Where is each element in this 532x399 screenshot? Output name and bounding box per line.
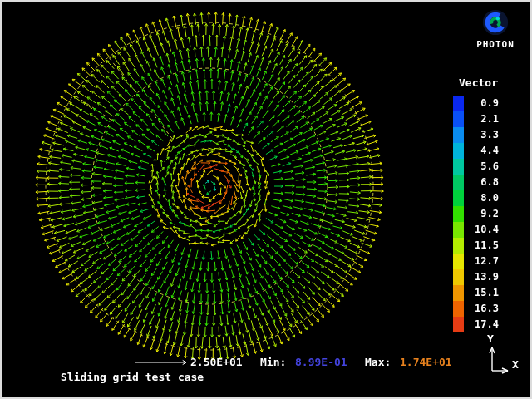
max-label: Max: (365, 356, 391, 368)
photon-logo: PHOTON (470, 8, 521, 50)
photon-window: PHOTON Vector 0.92.13.34.45.66.88.09.210… (0, 0, 532, 399)
max-value: 1.74E+01 (400, 356, 452, 368)
legend-value: 12.7 (464, 254, 499, 269)
legend-swatch (453, 285, 464, 301)
legend-swatch (453, 96, 464, 111)
legend-entry: 13.9 (453, 269, 499, 285)
legend-value: 16.3 (464, 301, 499, 317)
legend-entry: 17.4 (453, 317, 499, 332)
legend-swatch (453, 127, 464, 143)
legend-entry: 6.8 (453, 175, 499, 190)
legend-value: 11.5 (464, 238, 499, 254)
legend-swatch (453, 269, 464, 285)
legend-value: 4.4 (464, 143, 499, 159)
legend-entry: 9.2 (453, 206, 499, 222)
reference-vector-label: 2.50E+01 (190, 356, 243, 368)
legend-value: 6.8 (464, 175, 499, 190)
axis-orientation-glyph: Y X (480, 334, 527, 377)
legend-swatch (453, 222, 464, 238)
legend-value: 8.0 (464, 190, 499, 206)
legend-swatch (453, 301, 464, 317)
legend-entry: 8.0 (453, 190, 499, 206)
x-axis-label: X (512, 358, 519, 371)
photon-logo-icon (481, 8, 510, 37)
legend-entry: 12.7 (453, 254, 499, 269)
legend-entry: 15.1 (453, 285, 499, 301)
legend-swatch (453, 143, 464, 159)
legend-swatch (453, 175, 464, 190)
legend-value: 17.4 (464, 317, 499, 332)
legend-value: 3.3 (464, 127, 499, 143)
legend-swatch (453, 111, 464, 127)
legend-value: 0.9 (464, 96, 499, 111)
legend-title: Vector (453, 76, 499, 89)
legend-color-scale: 0.92.13.34.45.66.88.09.210.411.512.713.9… (453, 96, 499, 332)
legend-swatch (453, 238, 464, 254)
axis-arrows-icon (480, 334, 527, 377)
legend-swatch (453, 190, 464, 206)
legend-entry: 0.9 (453, 96, 499, 111)
legend-value: 15.1 (464, 285, 499, 301)
legend-swatch (453, 159, 464, 175)
legend-entry: 11.5 (453, 238, 499, 254)
legend-entry: 5.6 (453, 159, 499, 175)
legend-value: 2.1 (464, 111, 499, 127)
legend-entry: 3.3 (453, 127, 499, 143)
legend-value: 13.9 (464, 269, 499, 285)
legend-swatch (453, 254, 464, 269)
plot-caption: Sliding grid test case (61, 371, 204, 383)
legend-entry: 10.4 (453, 222, 499, 238)
legend-entry: 2.1 (453, 111, 499, 127)
legend-entry: 4.4 (453, 143, 499, 159)
vector-legend: Vector 0.92.13.34.45.66.88.09.210.411.51… (453, 76, 499, 332)
legend-swatch (453, 206, 464, 222)
legend-value: 5.6 (464, 159, 499, 175)
legend-value: 9.2 (464, 206, 499, 222)
logo-label: PHOTON (470, 39, 521, 50)
legend-value: 10.4 (464, 222, 499, 238)
min-label: Min: (260, 356, 286, 368)
legend-swatch (453, 317, 464, 332)
legend-entry: 16.3 (453, 301, 499, 317)
min-value: 8.99E-01 (295, 356, 347, 368)
